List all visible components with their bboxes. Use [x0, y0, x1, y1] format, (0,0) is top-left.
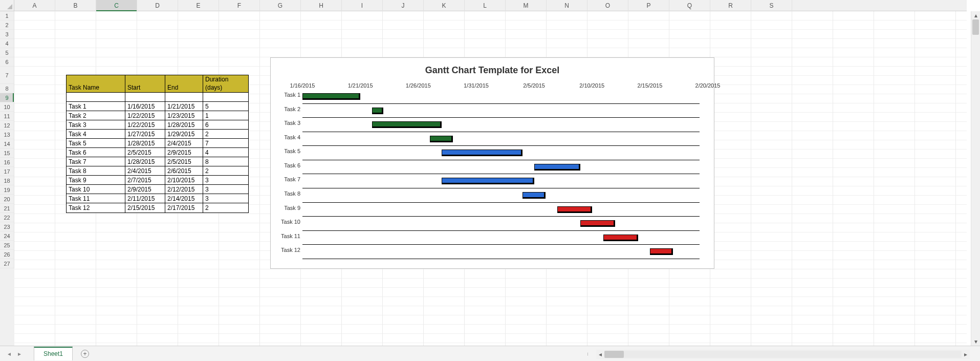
cell-end[interactable]: 2/10/2015 [165, 176, 203, 185]
cell-start[interactable]: 1/28/2015 [125, 157, 165, 166]
vertical-scroll-thumb[interactable] [972, 19, 979, 35]
column-header[interactable]: O [587, 0, 628, 11]
horizontal-scroll-thumb[interactable] [604, 351, 624, 358]
cell-duration[interactable]: 1 [203, 111, 248, 120]
empty-cell[interactable] [125, 93, 165, 102]
row-header[interactable]: 11 [0, 112, 14, 121]
cell-duration[interactable]: 7 [203, 139, 248, 148]
column-header[interactable]: H [301, 0, 342, 11]
row-header[interactable]: 1 [0, 11, 14, 20]
row-header[interactable]: 23 [0, 222, 14, 231]
cell-duration[interactable]: 3 [203, 185, 248, 194]
cell-end[interactable]: 2/12/2015 [165, 185, 203, 194]
cell-task[interactable]: Task 3 [67, 120, 125, 130]
empty-cell[interactable] [67, 93, 125, 102]
column-header[interactable]: F [219, 0, 260, 11]
row-header[interactable]: 16 [0, 158, 14, 167]
cell-end[interactable]: 1/28/2015 [165, 120, 203, 130]
cell-task[interactable]: Task 11 [67, 194, 125, 203]
cell-duration[interactable]: 2 [203, 166, 248, 176]
row-header[interactable]: 27 [0, 259, 14, 268]
row-header[interactable]: 8 [0, 84, 14, 93]
cell-duration[interactable]: 6 [203, 120, 248, 130]
cell-task[interactable]: Task 10 [67, 185, 125, 194]
cell-start[interactable]: 2/4/2015 [125, 166, 165, 176]
cell-end[interactable]: 1/21/2015 [165, 102, 203, 111]
tab-nav-next-icon[interactable]: ▸ [15, 350, 24, 358]
cell-end[interactable]: 2/5/2015 [165, 157, 203, 166]
cell-end[interactable]: 2/17/2015 [165, 203, 203, 213]
cell-duration[interactable]: 8 [203, 157, 248, 166]
row-header[interactable]: 22 [0, 213, 14, 222]
cell-task[interactable]: Task 4 [67, 130, 125, 139]
row-header[interactable]: 19 [0, 185, 14, 195]
column-header[interactable]: M [506, 0, 547, 11]
cell-task[interactable]: Task 12 [67, 203, 125, 213]
cell-duration[interactable]: 2 [203, 130, 248, 139]
column-header[interactable]: I [342, 0, 383, 11]
add-sheet-button[interactable]: + [81, 350, 89, 358]
row-header[interactable]: 26 [0, 250, 14, 259]
scroll-left-icon[interactable]: ◂ [596, 350, 604, 358]
empty-cell[interactable] [165, 93, 203, 102]
row-header[interactable]: 3 [0, 30, 14, 39]
column-header[interactable]: J [383, 0, 424, 11]
cell-start[interactable]: 2/11/2015 [125, 194, 165, 203]
column-header[interactable]: C [96, 0, 137, 11]
row-header[interactable]: 25 [0, 241, 14, 250]
cell-task[interactable]: Task 8 [67, 166, 125, 176]
cell-start[interactable]: 2/15/2015 [125, 203, 165, 213]
cell-duration[interactable]: 2 [203, 203, 248, 213]
cell-duration[interactable]: 4 [203, 148, 248, 157]
column-header[interactable]: A [14, 0, 55, 11]
cell-start[interactable]: 2/9/2015 [125, 185, 165, 194]
column-header[interactable]: R [710, 0, 751, 11]
cell-start[interactable]: 1/27/2015 [125, 130, 165, 139]
cell-task[interactable]: Task 5 [67, 139, 125, 148]
row-header[interactable]: 15 [0, 148, 14, 158]
tab-scroll-splitter[interactable] [585, 350, 590, 358]
vertical-scrollbar[interactable]: ▴ ▾ [971, 11, 980, 346]
row-header[interactable]: 9 [0, 93, 14, 102]
cell-end[interactable]: 1/23/2015 [165, 111, 203, 120]
cell-end[interactable]: 2/14/2015 [165, 194, 203, 203]
scroll-up-icon[interactable]: ▴ [971, 11, 980, 19]
cell-task[interactable]: Task 2 [67, 111, 125, 120]
row-header[interactable]: 18 [0, 176, 14, 185]
scroll-down-icon[interactable]: ▾ [971, 337, 980, 346]
row-header[interactable]: 7 [0, 67, 14, 84]
select-all-button[interactable] [0, 0, 14, 11]
cell-end[interactable]: 1/29/2015 [165, 130, 203, 139]
column-header[interactable]: N [547, 0, 587, 11]
cell-start[interactable]: 1/22/2015 [125, 111, 165, 120]
row-header[interactable]: 4 [0, 39, 14, 48]
column-header[interactable]: L [465, 0, 506, 11]
cell-start[interactable]: 2/5/2015 [125, 148, 165, 157]
cell-start[interactable]: 1/22/2015 [125, 120, 165, 130]
cell-duration[interactable]: 3 [203, 194, 248, 203]
cell-task[interactable]: Task 7 [67, 157, 125, 166]
row-header[interactable]: 24 [0, 231, 14, 241]
gantt-chart[interactable]: Gantt Chart Template for Excel 1/16/2015… [270, 57, 714, 269]
cell-start[interactable]: 1/16/2015 [125, 102, 165, 111]
row-header[interactable]: 17 [0, 167, 14, 176]
column-header[interactable]: S [751, 0, 792, 11]
cell-start[interactable]: 1/28/2015 [125, 139, 165, 148]
column-header[interactable]: G [260, 0, 301, 11]
column-header[interactable]: K [424, 0, 465, 11]
tab-nav-prev-icon[interactable]: ◂ [5, 350, 13, 358]
row-header[interactable]: 6 [0, 57, 14, 67]
horizontal-scrollbar[interactable]: ◂ ▸ [596, 350, 970, 359]
worksheet-grid[interactable]: Task Name Start End Duration (days) Task… [14, 11, 967, 346]
row-header[interactable]: 5 [0, 48, 14, 57]
cell-task[interactable]: Task 6 [67, 148, 125, 157]
row-header[interactable]: 20 [0, 195, 14, 204]
column-header[interactable]: Q [669, 0, 710, 11]
cell-task[interactable]: Task 1 [67, 102, 125, 111]
cell-duration[interactable]: 5 [203, 102, 248, 111]
row-header[interactable]: 21 [0, 204, 14, 213]
row-header[interactable]: 2 [0, 20, 14, 30]
row-header[interactable]: 12 [0, 121, 14, 130]
column-header[interactable]: B [55, 0, 96, 11]
cell-start[interactable]: 2/7/2015 [125, 176, 165, 185]
